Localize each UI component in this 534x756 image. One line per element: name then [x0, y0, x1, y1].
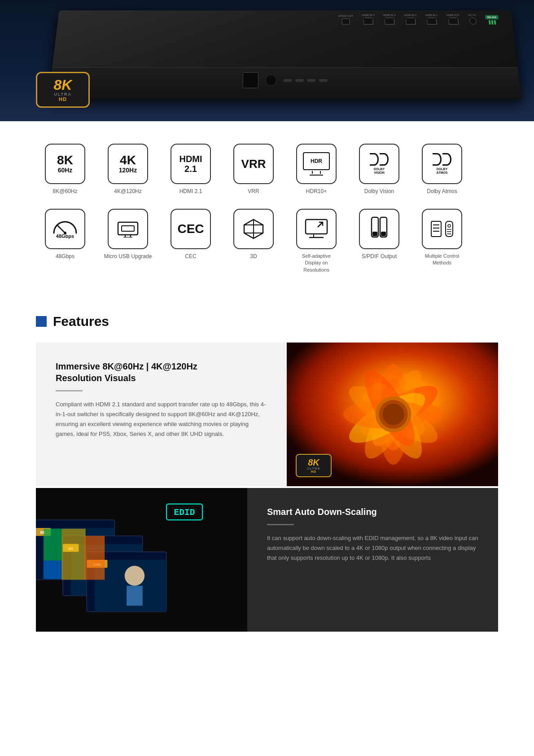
port-label-spdif: S/PDIF OUT	[338, 15, 353, 18]
icon-box-spdif	[359, 209, 399, 249]
48gbps-text: 48Gbps	[56, 234, 74, 239]
badge-ultra-text-sm: ULTRA	[307, 467, 320, 470]
port-label-hdmi2: HDMI IN 2	[404, 14, 417, 17]
icon-label-spdif: S/PDIF Output	[362, 253, 397, 260]
port-label-hdmi1: HDMI IN 1	[425, 14, 438, 17]
icon-label-cec: CEC	[185, 253, 196, 260]
badge-hd-text: HD	[59, 97, 67, 102]
spdif-svg	[367, 215, 391, 242]
hdr-base	[310, 175, 323, 176]
icons-section: 8K 60Hz 8K@60Hz 4K 120Hz 4K@120Hz HDMI2.…	[0, 121, 534, 305]
badge-hd-text-sm: HD	[311, 470, 316, 473]
svg-rect-15	[372, 232, 377, 236]
icon-label-3d: 3D	[250, 253, 257, 260]
feature-heading-2: Smart Auto Down-Scaling	[267, 506, 478, 518]
icon-item-hdmi21: HDMI2.1 HDMI 2.1	[162, 144, 220, 195]
features-title-row: Features	[36, 314, 498, 329]
icon-box-3d	[233, 209, 274, 249]
svg-point-42	[383, 404, 404, 425]
8k-ultrahd-badge: 8K ULTRA HD	[36, 72, 90, 108]
icon-box-hdr: HDR	[296, 144, 337, 184]
svg-rect-57	[44, 561, 61, 579]
port-label-hdmi4: HDMI IN 4	[362, 14, 375, 17]
icon-item-8k60: 8K 60Hz 8K@60Hz	[36, 144, 94, 195]
svg-rect-17	[381, 232, 386, 236]
icon-label-dolby-atmos: Dolby Atmos	[427, 188, 457, 195]
icon-box-48gbps: 48Gbps	[45, 209, 85, 249]
vrr-text: VRR	[241, 157, 266, 171]
icon-label-dolby-vision: Dolby Vision	[364, 188, 394, 195]
icon-label-8k60: 8K@60Hz	[53, 188, 78, 195]
feature-text-2: Smart Auto Down-Scaling It can support a…	[247, 488, 498, 632]
features-section: Features Immersive 8K@60Hz | 4K@120HzRes…	[0, 305, 534, 632]
feature-card-1: Immersive 8K@60Hz | 4K@120HzResolution V…	[36, 343, 498, 486]
icon-item-spdif: S/PDIF Output	[350, 209, 408, 273]
icon-item-48gbps: 48Gbps 48Gbps	[36, 209, 94, 273]
feature-body-2: It can support auto down-scaling with ED…	[267, 533, 478, 563]
icon-box-4k120: 4K 120Hz	[108, 144, 148, 184]
dolby-vision-dd-logo	[370, 153, 389, 166]
svg-rect-22	[446, 221, 453, 237]
feature-body-1: Compliant with HDMI 2.1 standard and sup…	[56, 400, 267, 439]
icons-row-1: 8K 60Hz 8K@60Hz 4K 120Hz 4K@120Hz HDMI2.…	[36, 144, 498, 195]
micro-usb-svg	[114, 220, 141, 237]
flower-visual: 8K ULTRA HD	[287, 343, 498, 486]
icon-box-vrr: VRR	[233, 144, 274, 184]
features-heading: Features	[53, 314, 109, 329]
edid-panel: 8K 4K 1080	[36, 488, 247, 632]
icon-box-adaptive	[296, 209, 337, 249]
adaptive-display-svg	[303, 217, 330, 241]
blue-square-icon	[36, 316, 47, 327]
svg-rect-3	[122, 226, 134, 231]
feature-divider-2	[267, 524, 294, 525]
svg-line-0	[57, 225, 65, 233]
remote-svg	[445, 220, 454, 237]
port-label-dc: DC 5V	[468, 14, 476, 17]
4k-text: 4K	[120, 154, 136, 167]
feature-card-2: 8K 4K 1080	[36, 488, 498, 632]
icon-box-8k60: 8K 60Hz	[45, 144, 85, 184]
edid-bg-svg: 8K 4K 1080	[36, 488, 247, 632]
dolby-d1	[370, 153, 379, 166]
icon-item-3d: 3D	[224, 209, 283, 273]
dolby-d2	[380, 153, 389, 166]
icon-item-micro-usb: Micro USB Upgrade	[99, 209, 157, 273]
icon-label-48gbps: 48Gbps	[56, 253, 74, 260]
svg-rect-18	[431, 221, 441, 237]
atmos-d2	[442, 153, 451, 166]
icon-item-adaptive: Self-adaptiveDisplay onResolutions	[287, 209, 346, 273]
feature-text-1: Immersive 8K@60Hz | 4K@120HzResolution V…	[36, 343, 287, 486]
feature-divider-1	[56, 390, 83, 391]
icon-box-micro-usb	[108, 209, 148, 249]
hdmi-text: HDMI2.1	[179, 154, 202, 174]
hdr-monitor: HDR	[303, 152, 330, 170]
speedometer-svg	[52, 219, 79, 235]
svg-rect-58	[61, 529, 85, 580]
icon-box-cec: CEC	[171, 209, 211, 249]
svg-rect-59	[85, 536, 105, 580]
icon-item-4k120: 4K 120Hz 4K@120Hz	[99, 144, 157, 195]
svg-text:EDID: EDID	[174, 508, 195, 518]
dolby-atmos-text: DOLBYATMOS	[437, 167, 448, 175]
icon-item-multi-control: Multiple ControlMethods	[413, 209, 471, 273]
icon-label-hdmi21: HDMI 2.1	[179, 188, 202, 195]
svg-rect-61	[127, 586, 143, 606]
badge-big-text: 8K	[308, 458, 320, 467]
badge-8k-text: 8K	[54, 78, 72, 92]
120hz-text: 120Hz	[119, 167, 137, 174]
icon-box-dolby-atmos: DOLBYATMOS	[422, 144, 462, 184]
icon-item-cec: CEC CEC	[162, 209, 220, 273]
60hz-text: 60Hz	[58, 167, 73, 174]
cec-text: CEC	[177, 222, 204, 236]
icon-box-multi-control	[422, 209, 462, 249]
svg-line-13	[318, 222, 323, 227]
icon-label-4k120: 4K@120Hz	[114, 188, 142, 195]
svg-rect-2	[118, 222, 138, 235]
hero-section: S/PDIF OUT HDMI IN 4 HDMI IN 3 HDMI IN 2…	[0, 0, 534, 121]
icon-label-multi-control: Multiple ControlMethods	[425, 253, 459, 267]
icon-item-vrr: VRR VRR	[224, 144, 283, 195]
svg-rect-56	[44, 529, 61, 561]
panel-svg	[430, 220, 442, 237]
badge-ultra-text: ULTRA	[54, 92, 72, 97]
3d-cube-svg	[241, 217, 266, 241]
